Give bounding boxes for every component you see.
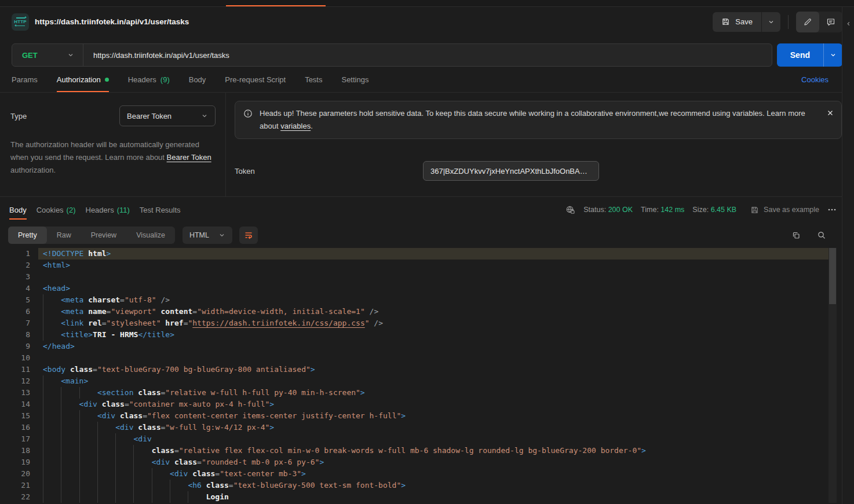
tab-tests[interactable]: Tests xyxy=(305,67,322,92)
http-icon-arrow xyxy=(16,25,25,27)
tab-settings[interactable]: Settings xyxy=(341,67,368,92)
line-number: 14 xyxy=(0,399,38,410)
code-line: 20<div class="text-center mb-3"> xyxy=(0,468,829,480)
pencil-icon xyxy=(803,17,812,27)
collapse-sidebar-button[interactable] xyxy=(845,20,852,28)
indent-guide xyxy=(79,480,97,491)
tab-headers[interactable]: Headers (9) xyxy=(128,67,170,92)
code-line-content: <html> xyxy=(38,260,829,271)
line-number: 2 xyxy=(0,260,38,271)
copy-button[interactable] xyxy=(791,231,801,240)
tab-body[interactable]: Body xyxy=(189,67,206,92)
code-line-content: <meta charset="utf-8" /> xyxy=(38,294,829,306)
search-button[interactable] xyxy=(817,231,826,240)
variables-link[interactable]: variables xyxy=(280,122,311,130)
mode-visualize[interactable]: Visualize xyxy=(126,227,175,244)
wrap-lines-button[interactable] xyxy=(239,227,258,244)
close-icon xyxy=(826,109,834,117)
indent-guide xyxy=(97,491,115,503)
send-options-button[interactable] xyxy=(823,43,842,67)
indent-guide xyxy=(133,480,151,491)
line-number: 9 xyxy=(0,341,38,352)
code-lines: 1<!DOCTYPE html>2<html>34<head>5<meta ch… xyxy=(0,248,829,503)
comments-button[interactable] xyxy=(819,12,842,32)
network-info-icon[interactable] xyxy=(565,205,575,215)
scrollbar-track[interactable] xyxy=(829,248,837,503)
response-tab-headers[interactable]: Headers (11) xyxy=(86,197,130,222)
code-line-content: <link rel="stylesheet" href="https://das… xyxy=(38,317,829,329)
line-number: 6 xyxy=(0,306,38,317)
tab-pre-request-script[interactable]: Pre-request Script xyxy=(225,67,286,92)
code-line-content: <title>TRI - HRMS</title> xyxy=(38,329,829,341)
indent-guide xyxy=(43,491,61,503)
indent-guide xyxy=(133,468,151,480)
method-select[interactable]: GET xyxy=(12,51,83,60)
comment-icon xyxy=(826,17,835,27)
tab-authorization[interactable]: Authorization xyxy=(57,67,109,92)
code-line-content: <body class="text-blueGray-700 bg-blueGr… xyxy=(38,364,829,375)
mode-preview[interactable]: Preview xyxy=(81,227,126,244)
line-number: 8 xyxy=(0,329,38,341)
banner-close-button[interactable] xyxy=(826,109,834,117)
more-actions-button[interactable] xyxy=(827,205,837,214)
mode-pretty[interactable]: Pretty xyxy=(8,227,47,244)
token-input[interactable] xyxy=(423,161,599,181)
time-pair: Time: 142 ms xyxy=(641,206,684,214)
indent-guide xyxy=(61,480,79,491)
indent-guide xyxy=(43,375,61,387)
save-button[interactable]: Save xyxy=(713,12,761,32)
type-label: Type xyxy=(10,112,27,120)
size-value: 6.45 KB xyxy=(711,206,736,214)
response-tab-test-results[interactable]: Test Results xyxy=(140,197,181,222)
line-number: 16 xyxy=(0,422,38,433)
bearer-token-link[interactable]: Bearer Token xyxy=(167,153,211,162)
mode-raw[interactable]: Raw xyxy=(47,227,81,244)
indent-guide xyxy=(170,491,188,503)
code-line: 10 xyxy=(0,352,829,364)
indent-guide xyxy=(115,433,133,445)
time-label: Time: xyxy=(641,206,659,214)
tab-label: Body xyxy=(189,75,206,84)
send-button[interactable]: Send xyxy=(777,43,823,67)
indent-guide xyxy=(43,433,61,445)
code-line-content: <meta name="viewport" content="width=dev… xyxy=(38,306,829,317)
code-line: 21<h6 class="text-blueGray-500 text-sm f… xyxy=(0,480,829,491)
save-options-button[interactable] xyxy=(761,12,780,32)
line-number: 4 xyxy=(0,283,38,294)
cookies-link[interactable]: Cookies xyxy=(801,75,829,84)
code-line: 4<head> xyxy=(0,283,829,294)
url-input[interactable]: https://dash.triinfotek.in/api/v1/user/t… xyxy=(83,51,229,60)
indent-guide xyxy=(61,433,79,445)
code-line: 3 xyxy=(0,271,829,283)
language-select[interactable]: HTML xyxy=(183,227,232,244)
code-line: 17<div xyxy=(0,433,829,445)
save-as-example-button[interactable]: Save as example xyxy=(750,206,819,214)
indent-guide xyxy=(43,468,61,480)
http-request-icon: HTTP xyxy=(12,13,29,31)
auth-type-select[interactable]: Bearer Token xyxy=(119,105,216,126)
tab-label: Body xyxy=(9,206,27,214)
indent-guide xyxy=(61,387,79,399)
tab-label: Params xyxy=(12,75,38,84)
edit-button[interactable] xyxy=(796,12,819,32)
response-toolbar: Pretty Raw Preview Visualize HTML xyxy=(0,222,854,248)
header-icon-group xyxy=(796,12,842,32)
code-line: 19<div class="rounded-t mb-0 px-6 py-6"> xyxy=(0,456,829,468)
response-tab-body[interactable]: Body xyxy=(9,197,27,222)
size-label: Size: xyxy=(692,206,709,214)
response-tab-cookies[interactable]: Cookies (2) xyxy=(37,197,76,222)
code-line-content xyxy=(38,352,829,364)
scrollbar-thumb[interactable] xyxy=(829,248,836,304)
request-title: https://dash.triinfotek.in/api/v1/user/t… xyxy=(35,17,189,26)
indent-guide xyxy=(152,480,170,491)
http-icon-arrow xyxy=(16,17,25,19)
code-line: 16<div class="w-full lg:w-4/12 px-4"> xyxy=(0,422,829,433)
auth-active-dot xyxy=(105,78,109,82)
indent-guide xyxy=(79,387,97,399)
auth-details-panel: Heads up! These parameters hold sensitiv… xyxy=(226,93,854,196)
chevron-down-icon xyxy=(67,52,74,59)
language-value: HTML xyxy=(189,231,209,239)
tab-params[interactable]: Params xyxy=(12,67,38,92)
size-pair: Size: 6.45 KB xyxy=(692,206,736,214)
info-icon xyxy=(243,109,253,118)
